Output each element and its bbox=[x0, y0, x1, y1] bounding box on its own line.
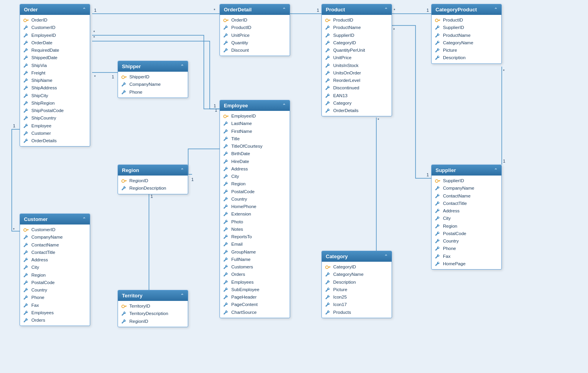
field-phone: Phone bbox=[432, 245, 501, 252]
table-shipper[interactable]: Shipper ⌃ ShipperID CompanyName Phone bbox=[118, 61, 188, 98]
table-fields-employee: EmployeeID LastName FirstName Title Titl… bbox=[220, 111, 290, 318]
field-phone: Phone bbox=[118, 89, 188, 96]
field-companyname: CompanyName bbox=[20, 234, 90, 241]
field-label-ean13: EAN13 bbox=[333, 92, 347, 99]
field-icon-icon25 bbox=[325, 295, 331, 300]
field-regionid: RegionID bbox=[118, 177, 188, 185]
table-header-customer[interactable]: Customer ⌃ bbox=[20, 214, 90, 225]
field-postalcode: PostalCode bbox=[432, 230, 501, 237]
field-supplierid: SupplierID bbox=[432, 177, 501, 185]
table-chevron-employee[interactable]: ⌃ bbox=[282, 103, 286, 108]
field-label-fax: Fax bbox=[443, 253, 450, 260]
field-region: Region bbox=[432, 223, 501, 230]
field-customer: Customer bbox=[20, 130, 90, 137]
field-label-chartsource: ChartSource bbox=[231, 309, 257, 316]
field-label-postalcode: PostalCode bbox=[31, 279, 54, 286]
field-icon-shipvia bbox=[23, 63, 29, 68]
table-customer[interactable]: Customer ⌃ CustomerID CompanyName Contac… bbox=[20, 214, 90, 326]
field-country: Country bbox=[20, 286, 90, 294]
field-label-orders: Orders bbox=[231, 271, 245, 278]
table-chevron-territory[interactable]: ⌃ bbox=[180, 293, 184, 298]
field-label-productid: ProductID bbox=[443, 17, 463, 24]
table-chevron-categoryproduct[interactable]: ⌃ bbox=[494, 7, 497, 12]
field-label-unitsonorder: UnitsOnOrder bbox=[333, 70, 361, 76]
table-chevron-category[interactable]: ⌃ bbox=[384, 254, 388, 259]
field-quantityperunit: QuantityPerUnit bbox=[322, 47, 392, 54]
field-icon-country bbox=[223, 197, 229, 202]
field-label-categoryname: CategoryName bbox=[333, 271, 363, 278]
table-region[interactable]: Region ⌃ RegionID RegionDescription bbox=[118, 165, 188, 194]
field-quantity: Quantity bbox=[220, 39, 290, 47]
field-icon-icon17 bbox=[325, 302, 331, 307]
table-chevron-order[interactable]: ⌃ bbox=[82, 7, 86, 12]
table-header-order[interactable]: Order ⌃ bbox=[20, 4, 90, 15]
field-label-supplierid: SupplierID bbox=[443, 177, 464, 184]
field-regiondescription: RegionDescription bbox=[118, 185, 188, 192]
table-category[interactable]: Category ⌃ CategoryID CategoryName Descr… bbox=[321, 251, 392, 318]
field-icon-discontinued bbox=[325, 85, 331, 91]
field-orderid: OrderID bbox=[20, 16, 90, 24]
table-title-employee: Employee bbox=[224, 103, 248, 109]
table-categoryproduct[interactable]: CategoryProduct ⌃ ProductID SupplierID P… bbox=[431, 4, 502, 64]
table-chevron-region[interactable]: ⌃ bbox=[180, 168, 184, 173]
field-icon-extension bbox=[223, 212, 229, 217]
field-reportsto: ReportsTo bbox=[220, 233, 290, 241]
svg-point-67 bbox=[436, 179, 438, 182]
field-category: Category bbox=[322, 100, 392, 107]
field-icon-city bbox=[435, 216, 441, 221]
field-label-regionid: RegionID bbox=[129, 318, 148, 325]
field-contactname: ContactName bbox=[20, 241, 90, 249]
field-title: Title bbox=[220, 135, 290, 143]
field-icon-postalcode bbox=[435, 231, 441, 236]
table-header-categoryproduct[interactable]: CategoryProduct ⌃ bbox=[432, 4, 501, 15]
field-discontinued: Discontinued bbox=[322, 84, 392, 92]
field-photo: Photo bbox=[220, 218, 290, 226]
table-orderdetail[interactable]: OrderDetail ⌃ OrderID ProductID UnitPric… bbox=[220, 4, 290, 56]
table-header-orderdetail[interactable]: OrderDetail ⌃ bbox=[220, 4, 290, 15]
field-label-subemployee: SubEmployee bbox=[231, 286, 260, 293]
field-icon-employeeid bbox=[223, 114, 229, 119]
field-label-firstname: FirstName bbox=[231, 128, 252, 135]
field-icon-region bbox=[23, 273, 29, 278]
table-header-shipper[interactable]: Shipper ⌃ bbox=[118, 61, 188, 72]
field-icon-postalcode bbox=[223, 189, 229, 194]
table-chevron-customer[interactable]: ⌃ bbox=[82, 217, 86, 222]
table-header-employee[interactable]: Employee ⌃ bbox=[220, 100, 290, 111]
table-chevron-orderdetail[interactable]: ⌃ bbox=[282, 7, 286, 12]
svg-text:1: 1 bbox=[317, 8, 319, 13]
table-chevron-shipper[interactable]: ⌃ bbox=[180, 64, 184, 69]
field-categoryname: CategoryName bbox=[322, 271, 392, 278]
table-territory[interactable]: Territory ⌃ TerritoryID TerritoryDescrip… bbox=[118, 290, 188, 327]
table-employee[interactable]: Employee ⌃ EmployeeID LastName FirstName… bbox=[220, 100, 290, 318]
field-icon-categoryname bbox=[435, 40, 441, 45]
table-fields-product: ProductID ProductName SupplierID Categor… bbox=[322, 15, 392, 116]
field-icon-country bbox=[435, 239, 441, 244]
table-fields-shipper: ShipperID CompanyName Phone bbox=[118, 72, 188, 98]
table-chevron-product[interactable]: ⌃ bbox=[384, 7, 388, 12]
field-icon-fax bbox=[435, 254, 441, 259]
table-supplier[interactable]: Supplier ⌃ SupplierID CompanyName Contac… bbox=[431, 165, 502, 270]
field-label-shipaddress: ShipAddress bbox=[31, 85, 57, 91]
table-header-supplier[interactable]: Supplier ⌃ bbox=[432, 165, 501, 176]
field-unitsonorder: UnitsOnOrder bbox=[322, 69, 392, 77]
field-region: Region bbox=[220, 180, 290, 188]
table-title-territory: Territory bbox=[122, 293, 143, 299]
field-icon-address bbox=[435, 208, 441, 214]
table-header-region[interactable]: Region ⌃ bbox=[118, 165, 188, 176]
table-header-product[interactable]: Product ⌃ bbox=[322, 4, 392, 15]
field-extension: Extension bbox=[220, 210, 290, 218]
field-label-productid: ProductID bbox=[333, 17, 353, 24]
field-employeeid: EmployeeID bbox=[220, 112, 290, 120]
field-address: Address bbox=[432, 207, 501, 215]
field-orderdate: OrderDate bbox=[20, 39, 90, 47]
field-label-customerid: CustomerID bbox=[31, 24, 55, 31]
table-product[interactable]: Product ⌃ ProductID ProductName Supplier… bbox=[321, 4, 392, 116]
field-subemployee: SubEmployee bbox=[220, 286, 290, 293]
table-chevron-supplier[interactable]: ⌃ bbox=[494, 168, 497, 173]
svg-text:*: * bbox=[214, 8, 216, 13]
table-header-category[interactable]: Category ⌃ bbox=[322, 251, 392, 262]
field-label-region: Region bbox=[443, 223, 457, 230]
table-order[interactable]: Order ⌃ OrderID CustomerID EmployeeID Or… bbox=[20, 4, 90, 147]
table-header-territory[interactable]: Territory ⌃ bbox=[118, 290, 188, 301]
field-label-customerid: CustomerID bbox=[31, 226, 55, 233]
